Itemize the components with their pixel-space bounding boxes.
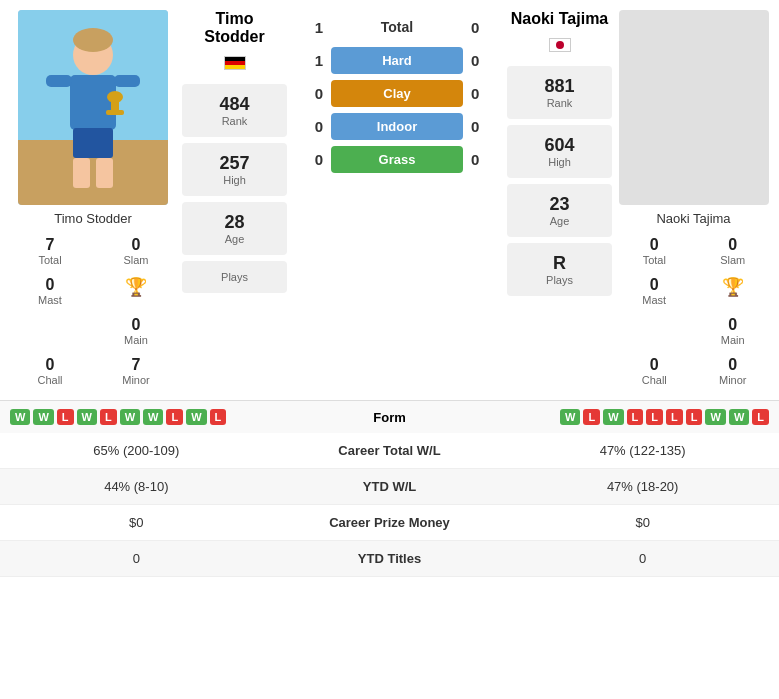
right-chall-stat: 0 Chall <box>616 352 693 390</box>
stat-center-label: YTD Titles <box>273 541 507 577</box>
left-minor-stat: 7 Minor <box>94 352 178 390</box>
germany-flag-icon <box>224 56 246 70</box>
right-player-center-info: Naoki Tajima 881 Rank 604 High 23 Age R … <box>507 10 612 390</box>
right-age-box: 23 Age <box>507 184 612 237</box>
stat-right-value: $0 <box>506 505 779 541</box>
form-badge: L <box>752 409 769 425</box>
svg-rect-6 <box>114 75 140 87</box>
form-section: WWLWLWWLWL Form WLWLLLLWWL <box>0 400 779 433</box>
left-player-center-info: Timo Stodder 484 Rank 257 High 28 Age Pl… <box>182 10 287 390</box>
form-badge: W <box>603 409 623 425</box>
stats-row: 44% (8-10) YTD W/L 47% (18-20) <box>0 469 779 505</box>
indoor-label: Indoor <box>331 113 463 140</box>
form-badge: L <box>583 409 600 425</box>
left-rank-box: 484 Rank <box>182 84 287 137</box>
stat-center-label: Career Prize Money <box>273 505 507 541</box>
svg-point-10 <box>73 28 113 52</box>
form-badge: L <box>666 409 683 425</box>
form-badge: W <box>143 409 163 425</box>
right-trophy-icon: 🏆 <box>722 277 744 297</box>
svg-rect-5 <box>46 75 72 87</box>
form-label: Form <box>340 410 440 425</box>
right-slam-stat: 0 Slam <box>695 232 772 270</box>
left-center-name-line1: Timo Stodder <box>204 10 264 46</box>
left-slam-stat: 0 Slam <box>94 232 178 270</box>
right-player-card: Naoki Tajima 0 Total 0 Slam 0 Mast 🏆 <box>616 10 771 390</box>
svg-rect-7 <box>73 128 113 158</box>
grass-row: 0 Grass 0 <box>291 146 503 173</box>
right-player-photo <box>619 10 769 205</box>
main-container: Timo Stodder 7 Total 0 Slam 0 Mast 🏆 <box>0 0 779 577</box>
hard-label: Hard <box>331 47 463 74</box>
left-player-photo <box>18 10 168 205</box>
form-badge: L <box>627 409 644 425</box>
stat-left-value: 44% (8-10) <box>0 469 273 505</box>
form-badge: L <box>686 409 703 425</box>
form-badge: W <box>729 409 749 425</box>
form-badge: W <box>33 409 53 425</box>
indoor-row: 0 Indoor 0 <box>291 113 503 140</box>
form-badge: W <box>186 409 206 425</box>
left-flag <box>224 50 246 73</box>
clay-row: 0 Clay 0 <box>291 80 503 107</box>
svg-rect-9 <box>96 158 113 188</box>
right-minor-stat: 0 Minor <box>695 352 772 390</box>
left-main-stat2: 0 Main <box>94 312 178 350</box>
left-chall-stat: 0 Chall <box>8 352 92 390</box>
total-label: Total <box>331 13 463 41</box>
right-high-box: 604 High <box>507 125 612 178</box>
right-main-stat: 0 Main <box>695 312 772 350</box>
form-badge: L <box>100 409 117 425</box>
right-center-name: Naoki Tajima <box>511 10 609 28</box>
svg-rect-8 <box>73 158 90 188</box>
left-age-box: 28 Age <box>182 202 287 255</box>
left-form-badges: WWLWLWWLWL <box>10 409 340 425</box>
right-player-name: Naoki Tajima <box>656 211 730 226</box>
comparison-center: 1 Total 0 1 Hard 0 0 Clay 0 0 Indoor 0 0 <box>291 10 503 390</box>
hard-row: 1 Hard 0 <box>291 47 503 74</box>
stats-row: 65% (200-109) Career Total W/L 47% (122-… <box>0 433 779 469</box>
right-main-spacer <box>616 312 693 350</box>
right-rank-box: 881 Rank <box>507 66 612 119</box>
right-form-badges: WLWLLLLWWL <box>440 409 770 425</box>
stat-right-value: 47% (18-20) <box>506 469 779 505</box>
form-badge: L <box>210 409 227 425</box>
left-trophy-icon-container: 🏆 <box>94 272 178 310</box>
right-plays-box: R Plays <box>507 243 612 296</box>
player-section: Timo Stodder 7 Total 0 Slam 0 Mast 🏆 <box>0 0 779 400</box>
japan-flag-icon <box>549 38 571 52</box>
stat-right-value: 47% (122-135) <box>506 433 779 469</box>
left-high-box: 257 High <box>182 143 287 196</box>
right-total-stat: 0 Total <box>616 232 693 270</box>
left-player-name: Timo Stodder <box>54 211 132 226</box>
stat-left-value: 65% (200-109) <box>0 433 273 469</box>
stat-center-label: Career Total W/L <box>273 433 507 469</box>
stat-left-value: $0 <box>0 505 273 541</box>
stat-right-value: 0 <box>506 541 779 577</box>
total-row: 1 Total 0 <box>291 13 503 41</box>
stats-row: 0 YTD Titles 0 <box>0 541 779 577</box>
stat-center-label: YTD W/L <box>273 469 507 505</box>
svg-rect-4 <box>70 75 116 130</box>
form-badge: W <box>705 409 725 425</box>
form-badge: L <box>646 409 663 425</box>
left-total-stat: 7 Total <box>8 232 92 270</box>
svg-point-13 <box>107 91 123 103</box>
form-badge: W <box>120 409 140 425</box>
stats-row: $0 Career Prize Money $0 <box>0 505 779 541</box>
right-flag <box>549 32 571 55</box>
left-player-card: Timo Stodder 7 Total 0 Slam 0 Mast 🏆 <box>8 10 178 390</box>
form-badge: W <box>560 409 580 425</box>
left-player-stats: 7 Total 0 Slam 0 Mast 🏆 0 <box>8 232 178 390</box>
form-badge: W <box>77 409 97 425</box>
left-plays-box: Plays <box>182 261 287 293</box>
stats-table: 65% (200-109) Career Total W/L 47% (122-… <box>0 433 779 577</box>
form-badge: L <box>166 409 183 425</box>
right-trophy-icon-container: 🏆 <box>695 272 772 310</box>
clay-label: Clay <box>331 80 463 107</box>
left-main-stat <box>8 312 92 350</box>
left-mast-stat: 0 Mast <box>8 272 92 310</box>
right-mast-stat: 0 Mast <box>616 272 693 310</box>
form-badge: W <box>10 409 30 425</box>
form-badge: L <box>57 409 74 425</box>
